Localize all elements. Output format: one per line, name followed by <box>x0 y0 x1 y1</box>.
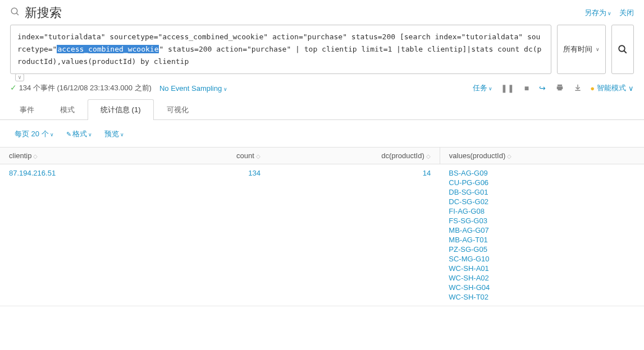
event-sampling-dropdown[interactable]: No Event Sampling∨ <box>159 84 227 93</box>
bulb-icon: ● <box>590 84 595 93</box>
value-item[interactable]: WC-SH-G04 <box>449 283 635 292</box>
close-link[interactable]: 关闭 <box>619 8 634 18</box>
sort-icon: ◇ <box>256 153 261 159</box>
sort-icon: ◇ <box>33 153 38 159</box>
value-item[interactable]: DB-SG-G01 <box>449 188 635 196</box>
value-item[interactable]: DC-SG-G02 <box>449 197 635 206</box>
check-icon: ✓ <box>10 83 17 92</box>
sort-icon: ◇ <box>507 153 511 159</box>
value-item[interactable]: SC-MG-G10 <box>449 255 635 263</box>
page-title: 新搜索 <box>25 4 62 21</box>
col-count[interactable]: count◇ <box>163 148 270 164</box>
value-item[interactable]: FI-AG-G08 <box>449 207 635 215</box>
tasks-dropdown[interactable]: 任务∨ <box>473 83 492 93</box>
stop-icon[interactable]: ■ <box>523 84 531 93</box>
svg-rect-6 <box>558 88 562 90</box>
value-item[interactable]: MB-AG-T01 <box>449 236 635 244</box>
search-button[interactable] <box>611 25 634 74</box>
format-dropdown[interactable]: ✎格式∨ <box>66 129 92 139</box>
cell-count[interactable]: 134 <box>248 169 261 177</box>
table-row: 87.194.216.51 134 14 BS-AG-G09CU-PG-G06D… <box>0 164 644 306</box>
results-table: clientip◇ count◇ dc(productId)◇ values(p… <box>0 147 644 306</box>
tab-events[interactable]: 事件 <box>7 99 47 120</box>
search-input[interactable]: index="tutorialdata" sourcetype="access_… <box>10 25 551 74</box>
svg-line-3 <box>624 50 627 53</box>
expand-search-icon[interactable]: ∨ <box>15 73 24 81</box>
value-item[interactable]: WC-SH-A01 <box>449 264 635 273</box>
value-item[interactable]: BS-AG-G09 <box>449 169 635 177</box>
tab-statistics[interactable]: 统计信息 (1) <box>88 99 154 120</box>
preview-dropdown[interactable]: 预览∨ <box>104 129 124 139</box>
value-item[interactable]: WC-SH-T02 <box>449 293 635 301</box>
save-as-link[interactable]: 另存为∨ <box>584 8 611 18</box>
sort-icon: ◇ <box>426 153 431 159</box>
cell-dc[interactable]: 14 <box>423 169 431 177</box>
col-clientip[interactable]: clientip◇ <box>0 148 163 164</box>
cell-clientip[interactable]: 87.194.216.51 <box>9 169 56 177</box>
search-icon <box>10 7 20 20</box>
col-dc[interactable]: dc(productId)◇ <box>270 148 440 164</box>
print-icon[interactable] <box>554 84 565 93</box>
tab-visualization[interactable]: 可视化 <box>154 99 202 120</box>
event-count: 134 个事件 (16/12/08 23:13:43.000 之前) <box>19 84 152 92</box>
download-icon[interactable] <box>572 84 583 93</box>
share-icon[interactable]: ↪ <box>537 84 547 93</box>
tab-patterns[interactable]: 模式 <box>47 99 88 120</box>
svg-rect-4 <box>558 85 562 86</box>
cell-values: BS-AG-G09CU-PG-G06DB-SG-G01DC-SG-G02FI-A… <box>449 169 635 301</box>
value-item[interactable]: PZ-SG-G05 <box>449 245 635 254</box>
value-item[interactable]: CU-PG-G06 <box>449 178 635 187</box>
value-item[interactable]: WC-SH-A02 <box>449 274 635 282</box>
value-item[interactable]: FS-SG-G03 <box>449 217 635 225</box>
svg-point-0 <box>11 8 17 14</box>
col-values[interactable]: values(productId)◇ <box>440 148 644 164</box>
per-page-dropdown[interactable]: 每页 20 个∨ <box>15 129 54 139</box>
time-range-picker[interactable]: 所有时间∨ <box>557 25 606 74</box>
pause-icon[interactable]: ❚❚ <box>499 84 516 93</box>
selected-text: access_combined_wcookie <box>57 45 159 53</box>
value-item[interactable]: MB-AG-G07 <box>449 226 635 234</box>
smart-mode-dropdown[interactable]: ● 智能模式∨ <box>590 83 634 93</box>
svg-line-1 <box>16 13 19 15</box>
svg-point-2 <box>619 45 625 52</box>
